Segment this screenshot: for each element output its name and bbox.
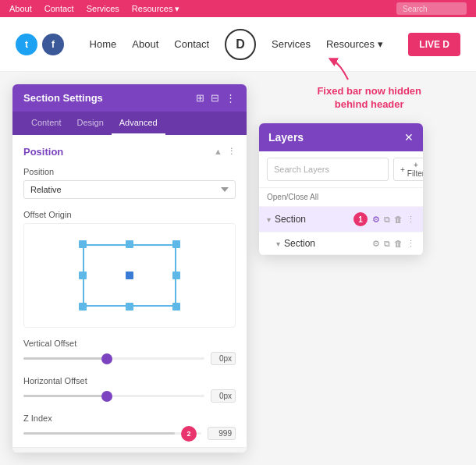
nav-services[interactable]: Services [87, 4, 119, 13]
layer-item-1[interactable]: ▾ Section 1 ⚙ ⧉ 🗑 ⋮ [259, 207, 423, 232]
z-index-value: 999 [208, 427, 236, 440]
origin-handle-mc[interactable] [126, 272, 133, 279]
offset-origin-label: Offset Origin [23, 210, 236, 219]
top-nav-bar: About Contact Services Resources ▾ [0, 0, 476, 17]
origin-handle-tl[interactable] [79, 240, 87, 248]
position-label-text: Position [23, 146, 63, 158]
facebook-icon[interactable]: f [42, 34, 64, 55]
open-close-all[interactable]: Open/Close All [259, 188, 423, 207]
layer-2-name: Section [284, 238, 372, 249]
origin-handle-br[interactable] [172, 303, 180, 311]
origin-handle-mr[interactable] [172, 272, 180, 279]
layer-2-delete-icon[interactable]: 🗑 [394, 239, 403, 248]
layer-2-copy-icon[interactable]: ⧉ [384, 239, 390, 249]
vertical-offset-label: Vertical Offset [23, 339, 236, 348]
layer-1-delete-icon[interactable]: 🗑 [394, 215, 403, 224]
settings-tabs: Content Design Advanced [12, 112, 247, 135]
origin-handle-tc[interactable] [126, 240, 133, 248]
layer-1-icons: ⚙ ⧉ 🗑 ⋮ [372, 215, 415, 225]
position-section-label: Position ▲ ⋮ [23, 146, 236, 158]
settings-more-icon[interactable]: ⋮ [226, 92, 236, 104]
offset-origin-grid-container [23, 223, 236, 328]
offset-origin-group: Offset Origin [23, 210, 236, 328]
nav-about[interactable]: About [9, 4, 32, 13]
vertical-offset-row: Vertical Offset 0px [23, 339, 236, 365]
layers-search-input[interactable] [267, 158, 389, 181]
layers-panel: Layers ✕ + + Filter Open/Close All ▾ Sec… [259, 123, 423, 255]
horizontal-offset-value: 0px [211, 389, 236, 403]
vertical-offset-control: 0px [23, 352, 236, 365]
action-bar: ✕ ↩ ↪ ✓ [12, 447, 247, 453]
vertical-offset-thumb[interactable] [101, 353, 112, 364]
layers-title: Layers [268, 131, 304, 144]
plus-icon: + [400, 165, 405, 174]
layer-item-2: ▾ Section ⚙ ⧉ 🗑 ⋮ [259, 232, 423, 255]
layers-close-icon[interactable]: ✕ [404, 131, 414, 144]
layer-1-badge: 1 [353, 212, 368, 226]
horizontal-offset-control: 0px [23, 389, 236, 403]
layers-search-row: + + Filter [259, 151, 423, 188]
horizontal-offset-thumb[interactable] [101, 391, 112, 402]
position-select[interactable]: Relative Absolute Fixed Static [23, 180, 236, 199]
section-settings-panel: Section Settings ⊞ ⊟ ⋮ Content Design Ad… [12, 84, 247, 453]
tab-design[interactable]: Design [69, 112, 112, 135]
layer-1-expand-icon[interactable]: ▾ [267, 215, 271, 224]
tab-advanced[interactable]: Advanced [112, 112, 165, 135]
position-field-label: Position [23, 167, 236, 176]
layers-header: Layers ✕ [259, 123, 423, 151]
settings-grid-icon[interactable]: ⊞ [196, 92, 204, 104]
z-index-row: Z Index 2 999 [23, 414, 236, 440]
divi-logo[interactable]: D [225, 29, 256, 60]
header-nav-resources[interactable]: Resources ▾ [326, 38, 383, 50]
layer-2-settings-icon[interactable]: ⚙ [372, 239, 380, 249]
settings-columns-icon[interactable]: ⊟ [211, 92, 219, 104]
position-collapse-icon[interactable]: ▲ [214, 147, 222, 157]
content-area: Section Settings ⊞ ⊟ ⋮ Content Design Ad… [0, 72, 476, 465]
header-nav-contact[interactable]: Contact [174, 38, 209, 50]
z-index-label: Z Index [23, 414, 236, 423]
origin-grid [75, 236, 184, 314]
z-index-track[interactable]: 2 [23, 432, 201, 435]
position-more-icon[interactable]: ⋮ [227, 147, 236, 157]
main-nav: Home About Contact D Services Resources … [90, 29, 383, 60]
position-field-group: Position Relative Absolute Fixed Static [23, 167, 236, 199]
header-nav-home[interactable]: Home [90, 38, 117, 50]
twitter-icon[interactable]: t [16, 34, 37, 55]
nav-contact[interactable]: Contact [44, 4, 74, 13]
layer-2-icons: ⚙ ⧉ 🗑 ⋮ [372, 239, 415, 249]
z-index-control: 2 999 [23, 427, 236, 440]
header-nav-about[interactable]: About [132, 38, 158, 50]
settings-header: Section Settings ⊞ ⊟ ⋮ [12, 84, 247, 112]
layer-1-more-icon[interactable]: ⋮ [407, 215, 415, 225]
position-icons: ▲ ⋮ [214, 147, 236, 157]
origin-handle-bl[interactable] [79, 303, 87, 311]
vertical-offset-track[interactable] [23, 357, 204, 360]
panel-content: Position ▲ ⋮ Position Relative Absolute … [12, 135, 247, 447]
top-nav-search[interactable] [396, 2, 467, 15]
horizontal-offset-track[interactable] [23, 395, 204, 397]
filter-label: + Filter [407, 161, 423, 178]
origin-handle-bc[interactable] [126, 303, 133, 311]
tab-content[interactable]: Content [23, 112, 69, 135]
settings-title: Section Settings [23, 92, 103, 104]
z-index-badge[interactable]: 2 [181, 426, 197, 442]
horizontal-offset-row: Horizontal Offset 0px [23, 376, 236, 403]
layer-2-more-icon[interactable]: ⋮ [407, 239, 415, 249]
origin-handle-tr[interactable] [172, 240, 180, 248]
vertical-offset-value: 0px [211, 352, 236, 365]
settings-header-icons: ⊞ ⊟ ⋮ [196, 92, 236, 104]
layers-filter-button[interactable]: + + Filter [393, 158, 423, 181]
header-nav-services[interactable]: Services [272, 38, 311, 50]
layer-1-copy-icon[interactable]: ⧉ [384, 215, 390, 225]
layer-2-expand-icon[interactable]: ▾ [276, 240, 280, 248]
origin-handle-ml[interactable] [79, 272, 87, 279]
live-demo-button[interactable]: LIVE D [408, 33, 460, 56]
layer-1-name: Section [275, 214, 353, 225]
social-icons: t f [16, 34, 64, 55]
layer-1-settings-icon[interactable]: ⚙ [372, 215, 380, 225]
main-header: t f Home About Contact D Services Resour… [0, 17, 476, 72]
nav-resources[interactable]: Resources ▾ [132, 4, 180, 14]
horizontal-offset-label: Horizontal Offset [23, 376, 236, 385]
